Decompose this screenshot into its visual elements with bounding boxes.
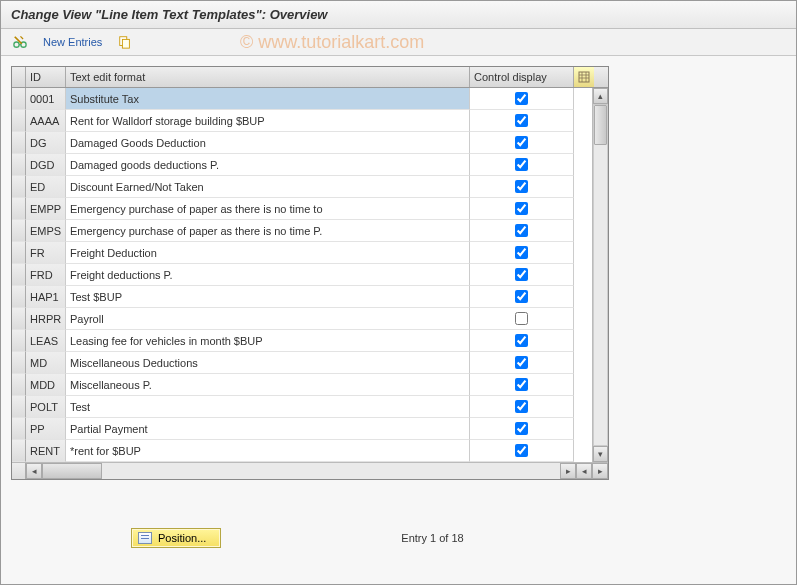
- scroll-up-button[interactable]: ▴: [593, 88, 608, 104]
- select-all-header[interactable]: [12, 67, 26, 87]
- table-settings-icon: [578, 71, 590, 83]
- cell-id[interactable]: RENT: [26, 440, 66, 462]
- position-label: Position...: [158, 532, 206, 544]
- cell-text[interactable]: Discount Earned/Not Taken: [66, 176, 470, 198]
- ctrl-checkbox[interactable]: [515, 268, 528, 281]
- ctrl-checkbox[interactable]: [515, 378, 528, 391]
- new-entries-button[interactable]: New Entries: [39, 34, 106, 50]
- ctrl-checkbox[interactable]: [515, 92, 528, 105]
- row-selector[interactable]: [12, 220, 26, 242]
- table-settings-button[interactable]: [574, 67, 594, 87]
- ctrl-checkbox[interactable]: [515, 334, 528, 347]
- toolbar: New Entries: [1, 29, 796, 56]
- cell-ctrl: [470, 374, 574, 396]
- grid-rows: 0001Substitute TaxAAAARent for Walldorf …: [12, 88, 592, 462]
- row-selector[interactable]: [12, 242, 26, 264]
- scroll-right-button[interactable]: ▸: [560, 463, 576, 479]
- ctrl-checkbox[interactable]: [515, 356, 528, 369]
- cell-id[interactable]: DG: [26, 132, 66, 154]
- scroll-track[interactable]: [593, 104, 608, 446]
- cell-id[interactable]: FRD: [26, 264, 66, 286]
- cell-id[interactable]: DGD: [26, 154, 66, 176]
- ctrl-checkbox[interactable]: [515, 202, 528, 215]
- copy-icon: [118, 35, 132, 49]
- row-selector[interactable]: [12, 418, 26, 440]
- cell-id[interactable]: 0001: [26, 88, 66, 110]
- row-selector[interactable]: [12, 198, 26, 220]
- row-selector[interactable]: [12, 374, 26, 396]
- column-header-id[interactable]: ID: [26, 67, 66, 87]
- cell-id[interactable]: PP: [26, 418, 66, 440]
- cell-id[interactable]: HRPR: [26, 308, 66, 330]
- ctrl-checkbox[interactable]: [515, 136, 528, 149]
- new-entries-label: New Entries: [43, 36, 102, 48]
- ctrl-checkbox[interactable]: [515, 290, 528, 303]
- cell-ctrl: [470, 264, 574, 286]
- cell-text[interactable]: Leasing fee for vehicles in month $BUP: [66, 330, 470, 352]
- scroll-right-button-2[interactable]: ▸: [592, 463, 608, 479]
- cell-id[interactable]: MD: [26, 352, 66, 374]
- copy-button[interactable]: [114, 33, 136, 51]
- hscroll-thumb[interactable]: [42, 463, 102, 479]
- cell-id[interactable]: ED: [26, 176, 66, 198]
- cell-id[interactable]: EMPS: [26, 220, 66, 242]
- cell-text[interactable]: *rent for $BUP: [66, 440, 470, 462]
- row-selector[interactable]: [12, 286, 26, 308]
- row-selector[interactable]: [12, 110, 26, 132]
- cell-text[interactable]: Rent for Walldorf storage building $BUP: [66, 110, 470, 132]
- ctrl-checkbox[interactable]: [515, 224, 528, 237]
- table-row: PPPartial Payment: [12, 418, 592, 440]
- cell-text[interactable]: Substitute Tax: [66, 88, 470, 110]
- cell-text[interactable]: Freight Deduction: [66, 242, 470, 264]
- cell-text[interactable]: Emergency purchase of paper as there is …: [66, 220, 470, 242]
- cell-text[interactable]: Partial Payment: [66, 418, 470, 440]
- row-selector[interactable]: [12, 308, 26, 330]
- scroll-left-button[interactable]: ◂: [26, 463, 42, 479]
- vertical-scrollbar[interactable]: ▴ ▾: [592, 88, 608, 462]
- cell-text[interactable]: Damaged goods deductions P.: [66, 154, 470, 176]
- row-selector[interactable]: [12, 396, 26, 418]
- hscroll-track[interactable]: [42, 463, 560, 479]
- ctrl-checkbox[interactable]: [515, 158, 528, 171]
- cell-text[interactable]: Payroll: [66, 308, 470, 330]
- cell-ctrl: [470, 352, 574, 374]
- cell-text[interactable]: Miscellaneous P.: [66, 374, 470, 396]
- scroll-left-button-2[interactable]: ◂: [576, 463, 592, 479]
- cell-id[interactable]: HAP1: [26, 286, 66, 308]
- row-selector[interactable]: [12, 330, 26, 352]
- cell-id[interactable]: LEAS: [26, 330, 66, 352]
- ctrl-checkbox[interactable]: [515, 180, 528, 193]
- row-selector[interactable]: [12, 440, 26, 462]
- cell-text[interactable]: Damaged Goods Deduction: [66, 132, 470, 154]
- cell-id[interactable]: EMPP: [26, 198, 66, 220]
- scroll-down-button[interactable]: ▾: [593, 446, 608, 462]
- ctrl-checkbox[interactable]: [515, 444, 528, 457]
- ctrl-checkbox[interactable]: [515, 400, 528, 413]
- cell-text[interactable]: Test: [66, 396, 470, 418]
- cell-id[interactable]: FR: [26, 242, 66, 264]
- table-row: HRPRPayroll: [12, 308, 592, 330]
- column-header-ctrl[interactable]: Control display: [470, 67, 574, 87]
- cell-id[interactable]: POLT: [26, 396, 66, 418]
- cell-text[interactable]: Freight deductions P.: [66, 264, 470, 286]
- ctrl-checkbox[interactable]: [515, 114, 528, 127]
- ctrl-checkbox[interactable]: [515, 422, 528, 435]
- position-button[interactable]: Position...: [131, 528, 221, 548]
- row-selector[interactable]: [12, 132, 26, 154]
- row-selector[interactable]: [12, 176, 26, 198]
- ctrl-checkbox[interactable]: [515, 246, 528, 259]
- cell-text[interactable]: Emergency purchase of paper as there is …: [66, 198, 470, 220]
- cell-id[interactable]: MDD: [26, 374, 66, 396]
- row-selector[interactable]: [12, 88, 26, 110]
- row-selector[interactable]: [12, 352, 26, 374]
- ctrl-checkbox[interactable]: [515, 312, 528, 325]
- toggle-edit-button[interactable]: [9, 33, 31, 51]
- scroll-thumb[interactable]: [594, 105, 607, 145]
- cell-text[interactable]: Miscellaneous Deductions: [66, 352, 470, 374]
- cell-text[interactable]: Test $BUP: [66, 286, 470, 308]
- row-selector[interactable]: [12, 154, 26, 176]
- column-header-text[interactable]: Text edit format: [66, 67, 470, 87]
- row-selector[interactable]: [12, 264, 26, 286]
- horizontal-scrollbar[interactable]: ◂ ▸: [26, 463, 576, 479]
- cell-id[interactable]: AAAA: [26, 110, 66, 132]
